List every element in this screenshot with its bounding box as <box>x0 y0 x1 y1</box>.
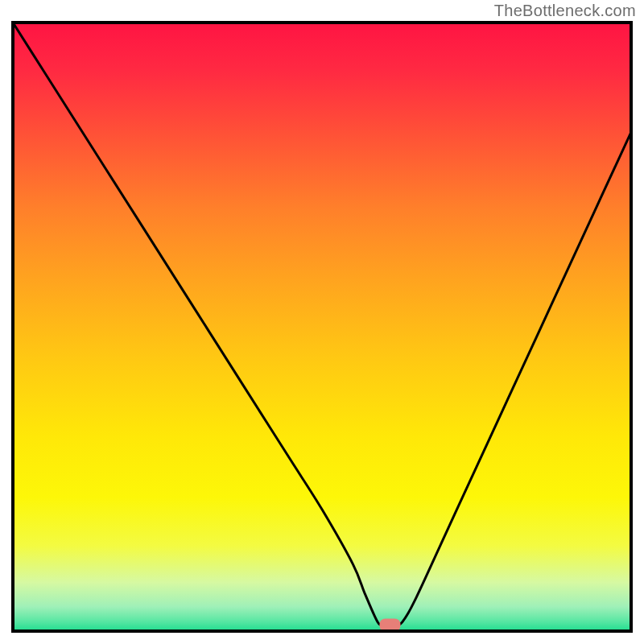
chart-container: TheBottleneck.com <box>0 0 644 644</box>
watermark-text: TheBottleneck.com <box>494 2 636 20</box>
bottleneck-chart <box>0 0 644 644</box>
plot-background <box>13 23 631 631</box>
